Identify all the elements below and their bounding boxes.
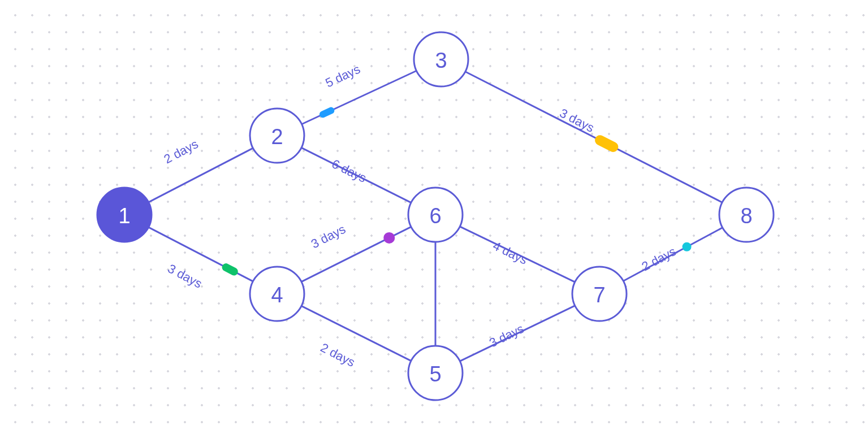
edge-label-2-3: 5 days [323,62,362,90]
node-label-6: 6 [429,204,441,228]
edge-label-4-5: 2 days [318,340,357,370]
marker-m_cyan [683,242,692,251]
edge-label-1-4: 3 days [166,261,205,291]
node-label-4: 4 [271,283,283,307]
marker-m_green [221,262,239,277]
edge-3-8 [465,72,722,202]
marker-m_yellow [593,133,620,154]
edge-2-3 [302,71,417,124]
edge-label-7-8: 2 days [640,244,679,274]
edge-label-2-6: 6 days [330,157,369,185]
edge-label-5-7: 3 days [487,322,526,350]
node-label-3: 3 [435,49,447,72]
network-diagram: 12345678 2 days3 days5 days6 days3 days2… [0,0,868,434]
edge-label-4-6: 3 days [309,222,348,251]
edge-label-6-7: 4 days [491,238,530,267]
node-label-2: 2 [271,125,283,149]
node-label-7: 7 [593,283,605,307]
marker-m_blue [318,106,335,119]
edge-label-1-2: 2 days [162,137,201,167]
node-label-1: 1 [118,204,130,228]
edge-label-3-8: 3 days [558,106,597,135]
node-label-8: 8 [740,204,752,228]
node-label-5: 5 [429,362,441,386]
diagram-canvas[interactable]: 12345678 2 days3 days5 days6 days3 days2… [0,0,868,434]
marker-m_purple [383,232,395,244]
